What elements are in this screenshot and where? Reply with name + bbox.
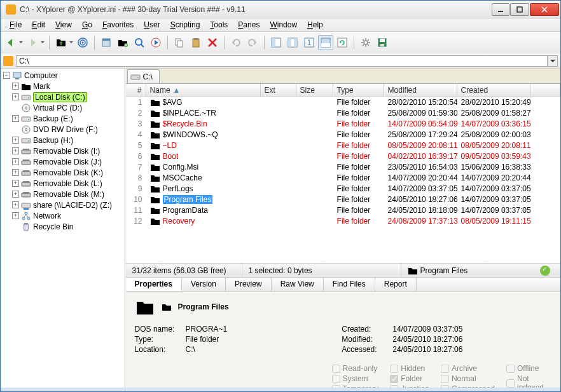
table-row[interactable]: 6BootFile folder04/02/2010 16:39:1709/05… <box>126 151 560 161</box>
table-row[interactable]: 9PerfLogsFile folder14/07/2009 03:37:051… <box>126 183 560 194</box>
tree-item[interactable]: +Removable Disk (M:) <box>1 189 125 199</box>
address-input[interactable] <box>16 55 548 67</box>
find-button[interactable] <box>132 35 147 50</box>
menu-edit[interactable]: Edit <box>27 19 50 30</box>
tree-item[interactable]: +Removable Disk (K:) <box>1 167 125 178</box>
menu-help[interactable]: Help <box>302 19 328 30</box>
table-row[interactable]: 2$INPLACE.~TRFile folder25/08/2009 01:59… <box>126 107 560 118</box>
forward-button[interactable] <box>25 35 40 50</box>
attr-not-indexed[interactable]: Not indexed <box>506 374 551 388</box>
table-row[interactable]: 3$Recycle.BinFile folder14/07/2009 05:54… <box>126 118 560 129</box>
col-ext[interactable]: Ext <box>261 84 296 96</box>
attr-hidden[interactable]: Hidden <box>390 364 429 373</box>
refresh-button[interactable] <box>335 35 350 50</box>
table-row[interactable]: 8MSOCacheFile folder14/07/2009 20:20:441… <box>126 172 560 183</box>
pane2-button[interactable] <box>285 35 300 50</box>
copy-button[interactable] <box>172 35 187 50</box>
menu-favorites[interactable]: Favorites <box>97 19 139 30</box>
undo-button[interactable] <box>228 35 244 50</box>
up-button[interactable] <box>53 35 69 50</box>
attr-offline[interactable]: Offline <box>506 364 551 373</box>
info-tab-preview[interactable]: Preview <box>226 278 272 291</box>
col-size[interactable]: Size <box>296 84 333 96</box>
target-button[interactable] <box>75 35 90 50</box>
file-list[interactable]: 1$AVGFile folder28/02/2010 15:20:5428/02… <box>126 97 560 263</box>
delete-button[interactable] <box>205 35 220 50</box>
table-row[interactable]: 1$AVGFile folder28/02/2010 15:20:5428/02… <box>126 97 560 107</box>
table-row[interactable]: 7Config.MsiFile folder23/05/2010 16:54:0… <box>126 161 560 172</box>
attr-temporary[interactable]: Temporary <box>332 384 379 388</box>
svg-rect-30 <box>22 95 31 100</box>
tree-item[interactable]: +Removable Disk (I:) <box>1 145 125 156</box>
tree-item[interactable]: +Removable Disk (L:) <box>1 178 125 189</box>
attr-folder[interactable]: Folder <box>390 374 429 383</box>
forward-dropdown[interactable] <box>40 39 45 45</box>
tab-bar: C:\ <box>126 69 560 84</box>
tree-item[interactable]: +share (\\LACIE-D2) (Z:) <box>1 199 125 210</box>
col-name[interactable]: Name▲ <box>146 84 261 96</box>
svg-point-51 <box>22 217 25 220</box>
pane-num-button[interactable]: 1 <box>301 35 317 50</box>
paste-button[interactable] <box>188 35 204 50</box>
info-tab-raw-view[interactable]: Raw View <box>272 278 324 291</box>
menu-panes[interactable]: Panes <box>233 19 265 30</box>
tree-item[interactable]: +Removable Disk (J:) <box>1 156 125 167</box>
menu-user[interactable]: User <box>139 19 165 30</box>
attr-compressed[interactable]: Compressed <box>441 384 495 388</box>
svg-point-37 <box>25 128 27 130</box>
table-row[interactable]: 5~LDFile folder08/05/2009 20:08:1108/05/… <box>126 140 560 151</box>
maximize-button[interactable] <box>510 3 529 16</box>
menu-tools[interactable]: Tools <box>205 19 233 30</box>
open-folder-button[interactable] <box>115 35 130 50</box>
table-row[interactable]: 12RecoveryFile folder24/08/2009 17:37:13… <box>126 215 560 226</box>
close-button[interactable] <box>530 3 559 16</box>
tree-item[interactable]: +Network <box>1 210 125 221</box>
menu-go[interactable]: Go <box>77 19 97 30</box>
table-row[interactable]: 10Program FilesFile folder24/05/2010 18:… <box>126 194 560 205</box>
attr-junction[interactable]: Junction <box>390 384 429 388</box>
redo-button[interactable] <box>245 35 260 50</box>
preview-button[interactable] <box>148 35 163 50</box>
tree-item[interactable]: +Mark <box>1 81 125 91</box>
menu-file[interactable]: File <box>4 19 27 30</box>
pane-active-button[interactable] <box>318 35 333 50</box>
table-row[interactable]: 4$WINDOWS.~QFile folder25/08/2009 17:29:… <box>126 129 560 140</box>
tree-item[interactable]: +Backup (H:) <box>1 135 125 145</box>
menu-view[interactable]: View <box>50 19 77 30</box>
svg-rect-29 <box>15 78 19 79</box>
settings-button[interactable] <box>358 35 373 50</box>
col-type[interactable]: Type <box>333 84 384 96</box>
tree-item[interactable]: DVD RW Drive (F:) <box>1 124 125 135</box>
tree-root[interactable]: − Computer <box>1 70 125 81</box>
tree-item[interactable]: Recycle Bin <box>1 221 125 232</box>
col-modified[interactable]: Modified <box>384 84 457 96</box>
col-num[interactable]: # <box>126 84 146 96</box>
info-tab-report[interactable]: Report <box>375 278 417 291</box>
tree-item[interactable]: Virtual PC (D:) <box>1 102 125 113</box>
tree-root-label: Computer <box>24 71 58 80</box>
back-dropdown[interactable] <box>18 39 24 45</box>
address-dropdown[interactable] <box>548 55 558 67</box>
back-button[interactable] <box>3 35 18 50</box>
attr-normal[interactable]: Normal <box>441 374 495 383</box>
computer-icon <box>12 71 22 81</box>
properties-button[interactable] <box>99 35 114 50</box>
folder-tree[interactable]: − Computer +Mark+Local Disk (C:)Virtual … <box>1 69 125 388</box>
pane1-button[interactable] <box>268 35 284 50</box>
info-tab-find-files[interactable]: Find Files <box>324 278 375 291</box>
up-dropdown[interactable] <box>69 39 74 45</box>
save-button[interactable] <box>375 35 390 50</box>
minimize-button[interactable] <box>492 3 509 16</box>
tree-item[interactable]: +Backup (E:) <box>1 113 125 124</box>
info-tab-properties[interactable]: Properties <box>126 278 182 292</box>
col-created[interactable]: Created <box>457 84 530 96</box>
tab-c-drive[interactable]: C:\ <box>127 69 160 83</box>
tree-item[interactable]: +Local Disk (C:) <box>1 91 125 102</box>
table-row[interactable]: 11ProgramDataFile folder24/05/2010 18:18… <box>126 205 560 215</box>
menu-scripting[interactable]: Scripting <box>165 19 205 30</box>
info-tab-version[interactable]: Version <box>182 278 226 291</box>
attr-system[interactable]: System <box>332 374 379 383</box>
attr-archive[interactable]: Archive <box>441 364 495 373</box>
menu-window[interactable]: Window <box>265 19 302 30</box>
attr-read-only[interactable]: Read-only <box>332 364 379 373</box>
